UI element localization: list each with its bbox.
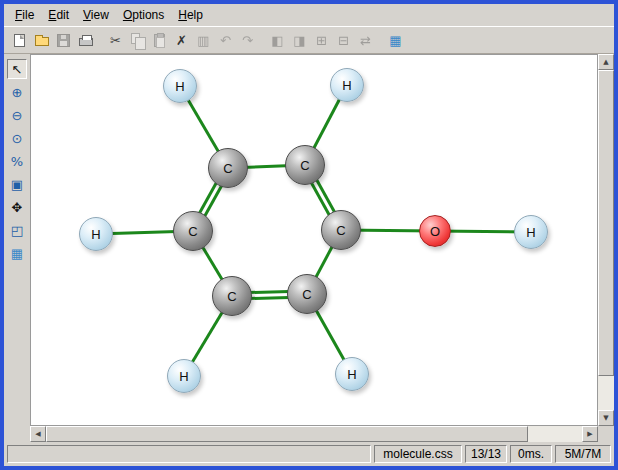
- connect-icon: ⇄: [360, 34, 371, 47]
- horizontal-scrollbar[interactable]: ◀ ▶: [30, 426, 598, 442]
- scroll-up-button[interactable]: ▲: [598, 54, 614, 70]
- paste-icon: [154, 34, 165, 47]
- to-back-icon: ◨: [293, 34, 305, 47]
- open-icon: [35, 37, 49, 46]
- menu-options[interactable]: Options: [116, 6, 171, 24]
- zoom-out-tool-icon: ⊖: [12, 109, 23, 122]
- molecule-canvas[interactable]: CCCCCCHHHHHOH: [30, 54, 598, 426]
- toolbar: ✂✗▥↶↷◧◨⊞⊟⇄▦: [4, 26, 614, 54]
- zoom-percent-tool-button[interactable]: %: [7, 151, 27, 171]
- paste-button: [149, 29, 170, 51]
- zoom-in-tool-icon: ⊕: [12, 86, 23, 99]
- group-button: ⊞: [311, 29, 332, 51]
- atom-C5[interactable]: C: [212, 276, 252, 316]
- vertical-scroll-track[interactable]: [598, 70, 614, 410]
- to-front-button: ◧: [267, 29, 288, 51]
- select-tool-icon: ↖: [12, 63, 23, 76]
- connect-button: ⇄: [355, 29, 376, 51]
- ungroup-button: ⊟: [333, 29, 354, 51]
- atom-label: C: [302, 287, 311, 302]
- vertical-scroll-thumb[interactable]: [598, 70, 614, 376]
- zoom-region-tool-button[interactable]: ▣: [7, 174, 27, 194]
- atom-label: H: [175, 79, 184, 94]
- horizontal-scroll-thumb[interactable]: [46, 426, 528, 442]
- atom-label: C: [227, 289, 236, 304]
- save-button: [53, 29, 74, 51]
- new-button[interactable]: [9, 29, 30, 51]
- status-message-field: [7, 445, 371, 463]
- fit-page-tool-button[interactable]: ◰: [7, 220, 27, 240]
- atom-H7[interactable]: H: [514, 215, 548, 249]
- copy-button: [127, 29, 148, 51]
- status-memory-field: 5M/7M: [555, 445, 611, 463]
- scrollbar-corner: [598, 426, 614, 442]
- select-tool-button[interactable]: ↖: [7, 59, 27, 79]
- atom-C2[interactable]: C: [285, 145, 325, 185]
- atom-H2[interactable]: H: [330, 68, 364, 102]
- atom-label: C: [336, 223, 345, 238]
- menu-bar: File Edit View Options Help: [4, 4, 614, 26]
- scroll-left-button[interactable]: ◀: [30, 426, 46, 442]
- menu-view[interactable]: View: [76, 6, 116, 24]
- grid-tool-icon: ▦: [11, 247, 23, 260]
- pan-tool-icon: ✥: [12, 201, 23, 214]
- toolbar-separator: [97, 29, 104, 51]
- horizontal-scroll-track[interactable]: [46, 426, 582, 442]
- atom-H5[interactable]: H: [167, 359, 201, 393]
- atom-label: C: [300, 158, 309, 173]
- atom-label: H: [91, 227, 100, 242]
- group-icon: ⊞: [316, 34, 327, 47]
- zoom-actual-tool-icon: ⊙: [12, 132, 23, 145]
- duplicate-button: ▥: [193, 29, 214, 51]
- menu-help[interactable]: Help: [171, 6, 210, 24]
- image-icon: ▦: [389, 34, 401, 47]
- scroll-down-button[interactable]: ▼: [598, 410, 614, 426]
- zoom-in-tool-button[interactable]: ⊕: [7, 82, 27, 102]
- atom-label: H: [179, 369, 188, 384]
- atom-label: H: [347, 367, 356, 382]
- atom-C3[interactable]: C: [321, 210, 361, 250]
- image-button[interactable]: ▦: [385, 29, 406, 51]
- atom-label: C: [188, 224, 197, 239]
- to-front-icon: ◧: [271, 34, 283, 47]
- delete-icon: ✗: [176, 34, 187, 47]
- zoom-out-tool-button[interactable]: ⊖: [7, 105, 27, 125]
- status-stylesheet-field: molecule.css: [374, 445, 462, 463]
- atom-C1[interactable]: C: [208, 148, 248, 188]
- zoom-region-tool-icon: ▣: [11, 178, 23, 191]
- atom-C6[interactable]: C: [173, 211, 213, 251]
- atom-label: H: [342, 78, 351, 93]
- open-button[interactable]: [31, 29, 52, 51]
- menu-edit[interactable]: Edit: [41, 6, 76, 24]
- cut-button[interactable]: ✂: [105, 29, 126, 51]
- ungroup-icon: ⊟: [338, 34, 349, 47]
- zoom-percent-tool-icon: %: [11, 155, 23, 168]
- vertical-scrollbar[interactable]: ▲ ▼: [598, 54, 614, 426]
- atom-O1[interactable]: O: [419, 215, 451, 247]
- atom-label: C: [223, 161, 232, 176]
- tool-palette: ↖⊕⊖⊙%▣✥◰▦: [4, 54, 30, 442]
- grid-tool-button[interactable]: ▦: [7, 243, 27, 263]
- app-frame: File Edit View Options Help ✂✗▥↶↷◧◨⊞⊟⇄▦ …: [4, 4, 614, 466]
- atom-label: H: [526, 225, 535, 240]
- status-count-field: 13/13: [465, 445, 507, 463]
- scroll-right-button[interactable]: ▶: [582, 426, 598, 442]
- zoom-actual-tool-button[interactable]: ⊙: [7, 128, 27, 148]
- bond-layer: [31, 55, 597, 425]
- to-back-button: ◨: [289, 29, 310, 51]
- copy-icon: [131, 33, 140, 44]
- print-button[interactable]: [75, 29, 96, 51]
- pan-tool-button[interactable]: ✥: [7, 197, 27, 217]
- atom-H6[interactable]: H: [79, 217, 113, 251]
- app-window: File Edit View Options Help ✂✗▥↶↷◧◨⊞⊟⇄▦ …: [0, 0, 618, 470]
- atom-C4[interactable]: C: [287, 274, 327, 314]
- undo-icon: ↶: [220, 34, 231, 47]
- save-icon: [57, 34, 70, 47]
- redo-button: ↷: [237, 29, 258, 51]
- menu-file[interactable]: File: [8, 6, 41, 24]
- atom-label: O: [430, 224, 440, 239]
- delete-button[interactable]: ✗: [171, 29, 192, 51]
- redo-icon: ↷: [242, 34, 253, 47]
- atom-H4[interactable]: H: [335, 357, 369, 391]
- atom-H1[interactable]: H: [163, 69, 197, 103]
